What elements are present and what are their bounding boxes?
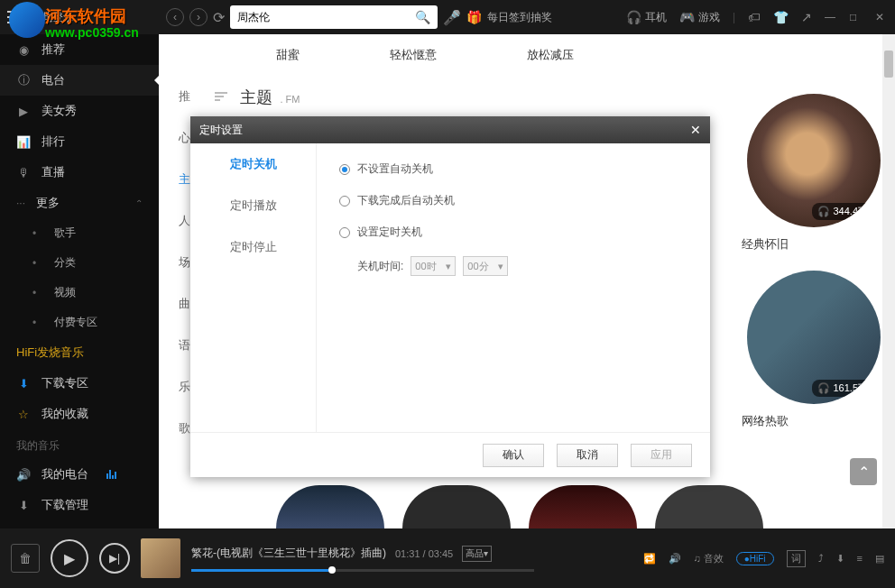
play-button[interactable]: ▶ [51,539,88,577]
sidebar-item-download[interactable]: ⬇下载专区 [0,368,159,399]
loop-button[interactable]: 🔁 [643,553,656,565]
sidebar-item-live[interactable]: 🎙直播 [0,157,159,188]
scrollbar[interactable] [882,34,895,528]
next-button[interactable]: ▶| [99,543,130,574]
album-card-hot[interactable]: 🎧161.5万 网络热歌 [742,271,886,429]
scroll-top-button[interactable]: ⌃ [850,458,877,485]
quality-badge[interactable]: 高品 ▾ [462,546,492,562]
popup-icon[interactable]: ↗ [801,10,812,24]
thumb-4[interactable] [655,485,763,528]
sidebar-item-radio[interactable]: ⓘ电台 [0,65,159,96]
minimize-button[interactable]: — [825,11,837,23]
scrollbar-thumb[interactable] [884,51,893,78]
login-link[interactable]: 点此登录 [31,10,74,25]
chevron-up-icon: ⌃ [135,198,143,208]
mic-icon[interactable]: 🎤 [443,9,461,26]
download-icon: ⬇ [16,376,31,390]
apply-button[interactable]: 应用 [631,444,692,467]
filter-theme[interactable]: 主 [179,171,190,188]
timer-settings-modal: 定时设置 ✕ 定时关机 定时播放 定时停止 不设置自动关机 下载完成后自动关机 … [190,116,710,477]
sidebar-item-local[interactable]: ⬜本地音乐 [0,520,159,528]
maximize-button[interactable]: □ [850,11,863,23]
playlist-button[interactable]: 🗑 [11,544,40,573]
equalizer-button[interactable]: ≡ [857,553,863,564]
filter-music[interactable]: 乐 [179,379,190,395]
speaker-icon: 🔊 [16,467,31,482]
radio-icon [339,196,350,207]
share-button[interactable]: ⤴ [818,553,824,564]
gift-icon[interactable]: 🎁 [466,10,482,24]
sidebar-item-favorite[interactable]: ☆我的收藏 [0,399,159,429]
sidebar-item-rank[interactable]: 📊排行 [0,126,159,157]
minute-select[interactable]: 00分▾ [463,256,508,276]
filter-human[interactable]: 人 [179,213,190,229]
filter-song[interactable]: 曲 [179,296,190,312]
thumb-1[interactable] [276,485,384,528]
sidebar-item-category[interactable]: 分类 [0,248,159,278]
filter-heart[interactable]: 心 [179,130,190,146]
tab-play[interactable]: 定时播放 [190,185,316,226]
radio-download[interactable]: 下载完成后自动关机 [339,193,687,208]
album-cover[interactable] [141,538,180,578]
filter-scene[interactable]: 场 [179,254,190,271]
tag-icon[interactable]: 🏷 [748,10,761,24]
sidebar-item-my-radio[interactable]: 🔊我的电台 [0,459,159,490]
compass-icon: ◉ [16,42,31,57]
nav-forward-button[interactable]: › [189,8,208,26]
volume-button[interactable]: 🔊 [669,553,681,565]
tag-sweet[interactable]: 甜蜜 [276,47,300,63]
album-card-classic[interactable]: 🎧344.4万 经典怀旧 [742,94,886,253]
game-icon: 🎮 [679,10,695,24]
effect-button[interactable]: ♫音效 [694,552,724,565]
thumb-3[interactable] [529,485,637,528]
filter-lang[interactable]: 语 [179,337,190,354]
thumb-2[interactable] [402,485,511,528]
search-input[interactable] [237,11,415,23]
sidebar-item-video[interactable]: 视频 [0,278,159,308]
sidebar-item-download-mgr[interactable]: ⬇下载管理 [0,490,159,520]
search-box[interactable]: 🔍 [230,5,438,29]
sidebar-item-paid[interactable]: 付费专区 [0,308,159,337]
theme-icon[interactable]: 👕 [773,10,789,24]
download-button[interactable]: ⬇ [836,553,844,565]
queue-button[interactable]: ▤ [875,553,884,565]
filter-singer[interactable]: 歌 [179,420,190,436]
modal-close-button[interactable]: ✕ [690,123,701,137]
sidebar-item-hifi[interactable]: HiFi发烧音乐 [0,337,159,368]
sidebar-item-singer[interactable]: 歌手 [0,218,159,248]
section-subtitle: . FM [280,94,300,105]
menu-icon[interactable] [7,11,25,23]
tag-calm[interactable]: 放松减压 [527,47,574,63]
tab-shutdown[interactable]: 定时关机 [190,143,316,185]
hifi-button[interactable]: ●HiFi [736,552,774,565]
equalizer-icon [106,470,116,479]
headphone-link[interactable]: 🎧耳机 [626,10,667,25]
progress-thumb[interactable] [328,566,336,574]
cancel-button[interactable]: 取消 [557,444,618,467]
ok-button[interactable]: 确认 [483,444,544,467]
search-icon[interactable]: 🔍 [415,10,430,24]
tab-stop[interactable]: 定时停止 [190,226,316,268]
hour-select[interactable]: 00时▾ [411,256,456,276]
sidebar-item-beauty[interactable]: ▶美女秀 [0,96,159,126]
filter-rec[interactable]: 推 [179,88,190,105]
nav-back-button[interactable]: ‹ [166,8,184,26]
close-button[interactable]: ✕ [875,11,888,23]
radio-timer[interactable]: 设置定时关机 [339,225,687,240]
sidebar-item-recommend[interactable]: ◉推荐 [0,34,159,65]
radio-icon [339,227,350,238]
sidebar-item-more[interactable]: ···更多⌃ [0,188,159,218]
headphone-small-icon: 🎧 [817,206,830,217]
refresh-button[interactable]: ⟳ [213,9,225,26]
track-name[interactable]: 繁花-(电视剧《三生三世十里桃花》插曲) [191,546,386,561]
progress-bar[interactable] [191,569,534,572]
antenna-icon: ⓘ [16,73,31,87]
game-link[interactable]: 🎮游戏 [679,10,720,25]
modal-header[interactable]: 定时设置 ✕ [190,116,710,143]
checkin-link[interactable]: 每日签到抽奖 [487,10,552,25]
sort-icon[interactable] [215,92,227,101]
radio-none[interactable]: 不设置自动关机 [339,161,687,177]
lyrics-button[interactable]: 词 [787,550,806,567]
section-title: 主题 [240,88,272,106]
tag-relax[interactable]: 轻松惬意 [390,47,437,63]
